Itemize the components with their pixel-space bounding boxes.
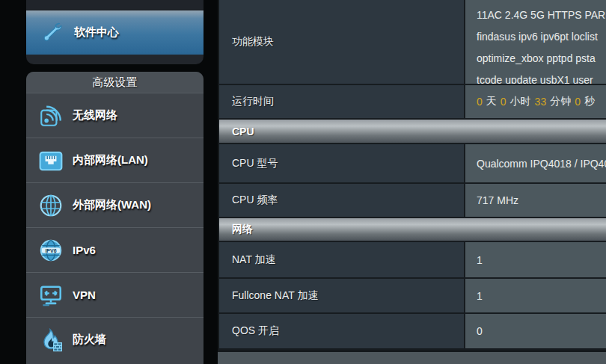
table-row-uptime: 运行时间 0 天 0 小时 33 分钟 0 秒 xyxy=(219,85,606,120)
section-header-cpu: CPU xyxy=(219,120,606,144)
svg-text:IPV6: IPV6 xyxy=(45,247,56,253)
sidebar-item-vpn[interactable]: VPN xyxy=(26,272,203,317)
wan-globe-icon xyxy=(35,193,67,218)
feature-modules-line: 11AC 2.4G 5G HTTPS PAREN xyxy=(477,4,606,26)
sidebar-item-label: VPN xyxy=(73,289,96,301)
row-label: 运行时间 xyxy=(219,85,465,118)
uptime-days-unit: 天 xyxy=(486,95,497,108)
sidebar-item-label: 无线网络 xyxy=(73,108,117,123)
row-value: 0 xyxy=(465,314,606,348)
uptime-minutes-unit: 分钟 xyxy=(550,95,571,108)
sidebar-item-label: IPv6 xyxy=(73,244,96,256)
table-row-nat-acceleration: NAT 加速 1 xyxy=(219,242,606,279)
row-label: CPU 频率 xyxy=(219,184,465,217)
sidebar-group-header: 高级设置 xyxy=(26,72,203,93)
row-value: 717 MHz xyxy=(465,184,606,217)
wireless-icon xyxy=(35,103,67,129)
uptime-seconds: 0 xyxy=(575,96,581,108)
feature-modules-line: findasus ipv6 ipv6pt loclist xyxy=(477,26,606,48)
vpn-monitor-icon xyxy=(35,283,67,308)
firewall-flame-icon xyxy=(35,327,67,353)
uptime-days: 0 xyxy=(477,96,483,108)
row-label: QOS 开启 xyxy=(219,314,465,348)
sidebar-item-lan[interactable]: 内部网络(LAN) xyxy=(26,138,203,182)
wrench-icon xyxy=(38,21,68,45)
table-row-feature-modules: 功能模块 11AC 2.4G 5G HTTPS PAREN findasus i… xyxy=(219,0,606,85)
ipv6-globe-icon: IPV6 xyxy=(35,238,67,263)
table-row-cpu-model: CPU 型号 Qualcomm IPQ4018 / IPQ40 xyxy=(219,144,606,184)
row-label: CPU 型号 xyxy=(219,144,465,182)
row-value: Qualcomm IPQ4018 / IPQ40 xyxy=(465,144,606,182)
sidebar-item-label: 内部网络(LAN) xyxy=(73,153,148,167)
row-value: 11AC 2.4G 5G HTTPS PAREN findasus ipv6 i… xyxy=(465,0,606,84)
row-value: 1 xyxy=(465,279,606,312)
row-label: NAT 加速 xyxy=(219,242,465,277)
main-content: 功能模块 11AC 2.4G 5G HTTPS PAREN findasus i… xyxy=(218,0,606,364)
uptime-seconds-unit: 秒 xyxy=(584,95,595,108)
sidebar-item-wan[interactable]: 外部网络(WAN) xyxy=(26,182,203,227)
sidebar-item-label: 软件中心 xyxy=(74,25,119,40)
sidebar-item-label: 防火墙 xyxy=(73,333,106,347)
partial-menu-item-above xyxy=(26,0,203,10)
row-value: 0 天 0 小时 33 分钟 0 秒 xyxy=(465,85,606,118)
feature-modules-line: tcode update usbX1 user_ xyxy=(477,70,606,84)
section-header-network: 网络 xyxy=(219,218,606,242)
row-value: 1 xyxy=(465,242,606,277)
sidebar-item-wireless[interactable]: 无线网络 xyxy=(26,93,203,138)
sidebar-menu-block-top: 软件中心 xyxy=(26,0,203,64)
row-label: Fullcone NAT 加速 xyxy=(219,279,465,312)
feature-modules-line: optimize_xbox pptpd psta xyxy=(477,48,606,70)
sidebar-advanced-settings-block: 高级设置 无线网络 内部网络(LAN) xyxy=(26,72,203,364)
sidebar-item-software-center[interactable]: 软件中心 xyxy=(26,10,203,55)
uptime-minutes: 33 xyxy=(535,96,547,108)
sidebar-item-label: 外部网络(WAN) xyxy=(73,198,151,212)
lan-port-icon xyxy=(35,148,67,173)
table-row-qos-enabled: QOS 开启 0 xyxy=(219,314,606,350)
system-info-table: 功能模块 11AC 2.4G 5G HTTPS PAREN findasus i… xyxy=(218,0,606,352)
table-row-fullcone-nat: Fullcone NAT 加速 1 xyxy=(219,279,606,314)
uptime-hours-unit: 小时 xyxy=(510,95,531,108)
row-label: 功能模块 xyxy=(219,0,465,84)
sidebar-item-firewall[interactable]: 防火墙 xyxy=(26,317,203,362)
uptime-hours: 0 xyxy=(501,96,506,108)
table-row-cpu-frequency: CPU 频率 717 MHz xyxy=(219,184,606,218)
sidebar-item-ipv6[interactable]: IPV6 IPv6 xyxy=(26,227,203,272)
